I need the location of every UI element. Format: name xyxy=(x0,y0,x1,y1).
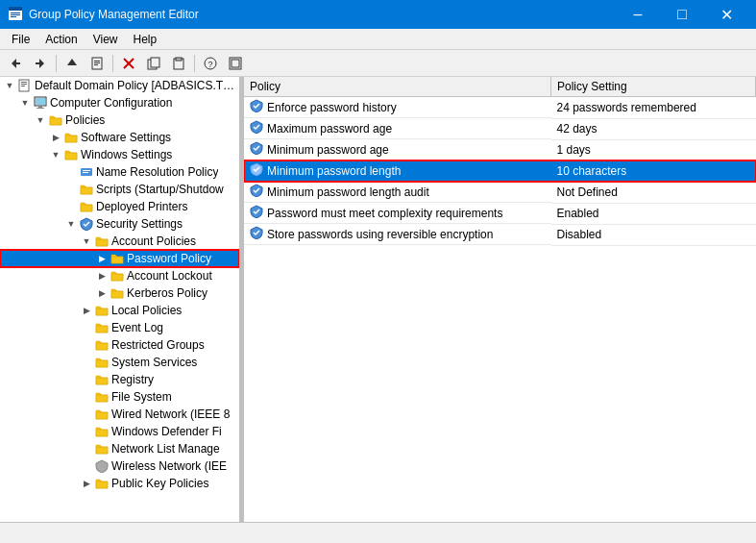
menu-help[interactable]: Help xyxy=(126,31,165,48)
tree-node-registry[interactable]: Registry xyxy=(0,371,239,388)
svg-rect-36 xyxy=(83,170,90,171)
policy-row-complexity-requirements[interactable]: Password must meet complexity requiremen… xyxy=(244,203,756,224)
tree-expander-software-settings[interactable]: ▶ xyxy=(48,130,63,145)
back-button[interactable] xyxy=(4,53,27,74)
tree-node-restricted-groups[interactable]: Restricted Groups xyxy=(0,336,239,354)
svg-rect-39 xyxy=(81,205,92,211)
svg-rect-2 xyxy=(11,12,20,13)
tree-node-root[interactable]: ▼Default Domain Policy [ADBASICS.THM xyxy=(0,77,239,94)
title-bar: Group Policy Management Editor – □ ✕ xyxy=(0,0,756,29)
tree-node-account-policies[interactable]: ▼Account Policies xyxy=(0,233,239,250)
tree-node-deployed-printers[interactable]: Deployed Printers xyxy=(0,198,239,215)
tree-node-wired-network[interactable]: Wired Network (IEEE 8 xyxy=(0,406,239,423)
minimize-button[interactable]: – xyxy=(616,0,660,29)
tree-icon-folder xyxy=(110,268,125,284)
forward-button[interactable] xyxy=(29,53,52,74)
svg-rect-40 xyxy=(96,239,108,246)
tree-expander-deployed-printers[interactable] xyxy=(63,199,79,214)
tree-expander-account-lockout[interactable]: ▶ xyxy=(94,268,110,284)
tree-expander-public-key-policies[interactable]: ▶ xyxy=(79,476,94,491)
menu-view[interactable]: View xyxy=(85,31,126,48)
policy-row-min-password-length-audit[interactable]: Minimum password length auditNot Defined xyxy=(244,182,756,203)
tree-node-windows-defender-fi[interactable]: Windows Defender Fi xyxy=(0,423,239,440)
tree-node-windows-settings[interactable]: ▼Windows Settings xyxy=(0,146,239,163)
menu-file[interactable]: File xyxy=(4,31,37,48)
title-bar-title: Group Policy Management Editor xyxy=(29,8,199,21)
tree-node-computer-config[interactable]: ▼Computer Configuration xyxy=(0,94,239,111)
tree-expander-registry[interactable] xyxy=(79,372,94,387)
tree-node-name-resolution[interactable]: Name Resolution Policy xyxy=(0,163,239,181)
policy-cell-setting-min-password-age: 1 days xyxy=(551,139,756,160)
up-button[interactable] xyxy=(61,53,84,74)
policy-row-reversible-encryption[interactable]: Store passwords using reversible encrypt… xyxy=(244,224,756,245)
tree-icon-folder xyxy=(94,372,110,387)
tree-label-deployed-printers: Deployed Printers xyxy=(96,200,187,213)
tree-expander-kerberos-policy[interactable]: ▶ xyxy=(94,285,110,301)
tree-expander-wired-network[interactable] xyxy=(79,407,94,422)
copy-button[interactable] xyxy=(142,53,165,74)
tree-expander-windows-settings[interactable]: ▼ xyxy=(48,147,63,162)
tree-expander-restricted-groups[interactable] xyxy=(79,337,94,353)
policy-row-min-password-age[interactable]: Minimum password age1 days xyxy=(244,139,756,160)
tree-expander-local-policies[interactable]: ▶ xyxy=(79,303,94,318)
svg-rect-23 xyxy=(232,60,239,67)
tree-node-network-list-manage[interactable]: Network List Manage xyxy=(0,440,239,457)
title-bar-controls: – □ ✕ xyxy=(616,0,748,29)
tree-node-local-policies[interactable]: ▶Local Policies xyxy=(0,302,239,319)
tree-icon-folder xyxy=(94,476,110,491)
menu-bar: File Action View Help xyxy=(0,29,756,50)
maximize-button[interactable]: □ xyxy=(660,0,704,29)
tree-expander-password-policy[interactable]: ▶ xyxy=(94,251,110,266)
tree-node-account-lockout[interactable]: ▶Account Lockout xyxy=(0,267,239,284)
tree-expander-security-settings[interactable]: ▼ xyxy=(63,216,79,232)
menu-action[interactable]: Action xyxy=(37,31,85,48)
tree-expander-name-resolution[interactable] xyxy=(63,164,79,180)
tree-node-security-settings[interactable]: ▼Security Settings xyxy=(0,215,239,233)
delete-button[interactable] xyxy=(117,53,140,74)
close-button[interactable]: ✕ xyxy=(704,0,748,29)
tree-expander-computer-config[interactable]: ▼ xyxy=(17,95,33,111)
tree-expander-policies[interactable]: ▼ xyxy=(33,112,48,128)
tree-node-kerberos-policy[interactable]: ▶Kerberos Policy xyxy=(0,284,239,302)
tree-node-public-key-policies[interactable]: ▶Public Key Policies xyxy=(0,475,239,492)
policy-row-enforce-history[interactable]: Enforce password history24 passwords rem… xyxy=(244,97,756,119)
tree-node-wireless-network[interactable]: Wireless Network (IEE xyxy=(0,457,239,475)
policy-name-enforce-history: Enforce password history xyxy=(267,101,397,114)
tree-expander-event-log[interactable] xyxy=(79,320,94,335)
policy-cell-setting-reversible-encryption: Disabled xyxy=(551,224,756,245)
help-button[interactable]: ? xyxy=(199,53,222,74)
tree-expander-wireless-network[interactable] xyxy=(79,458,94,474)
policy-row-min-password-length[interactable]: Minimum password length10 characters xyxy=(244,160,756,182)
policy-name-complexity-requirements: Password must meet complexity requiremen… xyxy=(267,207,502,220)
svg-rect-44 xyxy=(96,309,108,315)
status-bar xyxy=(0,522,756,543)
paste-button[interactable] xyxy=(167,53,190,74)
policy-name-min-password-age: Minimum password age xyxy=(267,143,389,157)
tree-node-policies[interactable]: ▼Policies xyxy=(0,111,239,129)
policy-row-max-password-age[interactable]: Maximum password age42 days xyxy=(244,118,756,139)
policy-cell-name-min-password-age: Minimum password age xyxy=(244,139,551,160)
tree-expander-network-list-manage[interactable] xyxy=(79,441,94,457)
tree-expander-scripts[interactable] xyxy=(63,182,79,197)
tree-node-event-log[interactable]: Event Log xyxy=(0,319,239,336)
tree-icon-computer xyxy=(33,95,48,111)
export-button[interactable] xyxy=(224,53,247,74)
policy-cell-name-min-password-length: Minimum password length xyxy=(244,160,551,182)
svg-rect-6 xyxy=(16,62,20,64)
tree-expander-system-services[interactable] xyxy=(79,355,94,370)
svg-rect-13 xyxy=(94,64,98,65)
tree-node-system-services[interactable]: System Services xyxy=(0,354,239,371)
tree-expander-windows-defender-fi[interactable] xyxy=(79,424,94,439)
tree-node-software-settings[interactable]: ▶Software Settings xyxy=(0,129,239,146)
tree-node-scripts[interactable]: Scripts (Startup/Shutdow xyxy=(0,181,239,198)
tree-expander-file-system[interactable] xyxy=(79,389,94,405)
policy-button[interactable] xyxy=(85,53,109,74)
tree-expander-root[interactable]: ▼ xyxy=(2,78,17,93)
svg-rect-47 xyxy=(96,360,108,367)
tree-node-file-system[interactable]: File System xyxy=(0,388,239,406)
tree-label-file-system: File System xyxy=(111,390,172,404)
tree-expander-account-policies[interactable]: ▼ xyxy=(79,234,94,249)
tree-icon-item2 xyxy=(94,458,110,474)
app-icon xyxy=(8,6,23,24)
tree-node-password-policy[interactable]: ▶Password Policy xyxy=(0,250,239,267)
